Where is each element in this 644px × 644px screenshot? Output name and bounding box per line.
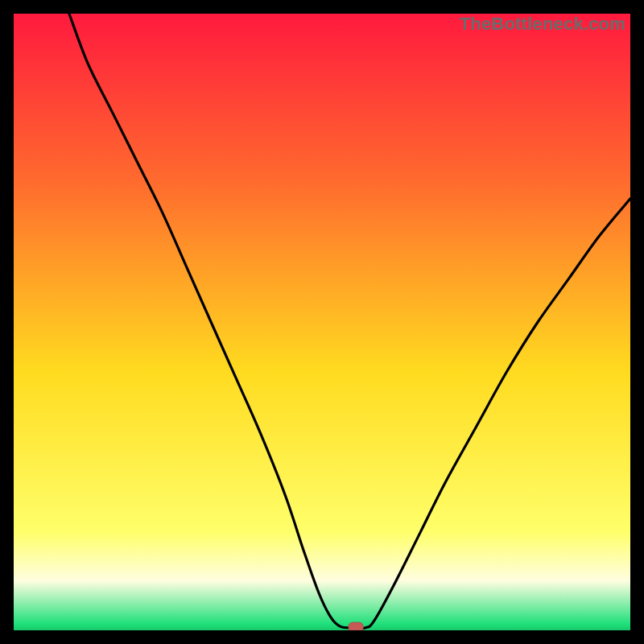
svg-rect-0 [14,14,630,630]
watermark-text: TheBottleneck.com [460,14,625,35]
heat-gradient-background [14,14,630,630]
chart-frame: TheBottleneck.com [14,14,630,630]
